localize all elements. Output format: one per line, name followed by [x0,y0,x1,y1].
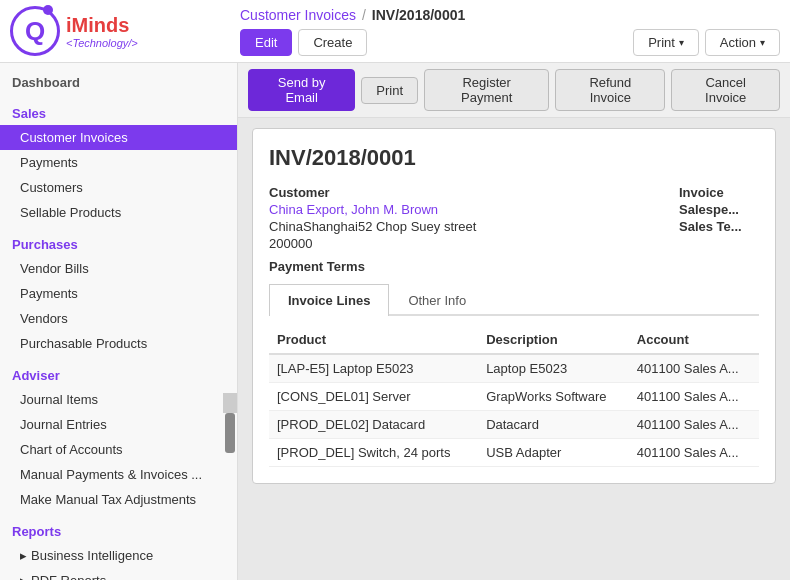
table-row[interactable]: [CONS_DEL01] ServerGrapWorks Software401… [269,383,759,411]
invoice-lines-table: Product Description Account [LAP-E5] Lap… [269,326,759,467]
breadcrumb-parent[interactable]: Customer Invoices [240,7,356,23]
sidebar-item-payments-purchases[interactable]: Payments [0,281,237,306]
main-layout: Dashboard Sales Customer Invoices Paymen… [0,63,790,580]
customer-address: ChinaShanghai52 Chop Suey street [269,219,476,234]
print-caret-icon: ▾ [679,37,684,48]
print-button[interactable]: Print ▾ [633,29,699,56]
customer-city: 200000 [269,236,476,251]
send-by-email-button[interactable]: Send by Email [248,69,355,111]
sidebar-item-business-intelligence[interactable]: ▸ Business Intelligence [0,543,237,568]
cell-product-1: [CONS_DEL01] Server [269,383,478,411]
customer-label: Customer [269,185,476,200]
sidebar-item-sellable-products[interactable]: Sellable Products [0,200,237,225]
logo-text: iMinds <Technology/> [66,14,138,49]
invoice-card: INV/2018/0001 Customer China Export, Joh… [252,128,776,484]
content-area: Send by Email Print Register Payment Ref… [238,63,790,580]
register-payment-button[interactable]: Register Payment [424,69,549,111]
customer-field-col: Customer China Export, John M. Brown Chi… [269,185,476,251]
sidebar: Dashboard Sales Customer Invoices Paymen… [0,63,238,580]
breadcrumb: Customer Invoices / INV/2018/0001 [240,7,780,23]
sidebar-item-purchasable-products[interactable]: Purchasable Products [0,331,237,356]
invoice-tabs: Invoice Lines Other Info [269,284,759,316]
sidebar-adviser-section: Adviser [0,360,237,387]
invoice-fields-row: Customer China Export, John M. Brown Chi… [269,185,759,251]
logo-sub: <Technology/> [66,37,138,49]
top-bar: Q iMinds <Technology/> Customer Invoices… [0,0,790,63]
sidebar-item-manual-tax[interactable]: Make Manual Tax Adjustments [0,487,237,512]
salesperson-label: Salespe... [679,202,759,217]
sidebar-item-pdf-reports[interactable]: ▸ PDF Reports [0,568,237,580]
cell-account-1: 401100 Sales A... [629,383,759,411]
cell-product-0: [LAP-E5] Laptop E5023 [269,354,478,383]
breadcrumb-area: Customer Invoices / INV/2018/0001 Edit C… [230,7,780,56]
payment-terms-row: Payment Terms [269,259,759,274]
table-row[interactable]: [PROD_DEL02] DatacardDatacard401100 Sale… [269,411,759,439]
content-toolbar: Send by Email Print Register Payment Ref… [238,63,790,118]
sidebar-item-customers[interactable]: Customers [0,175,237,200]
logo-brand-name: iMinds [66,14,138,37]
cell-description-1: GrapWorks Software [478,383,629,411]
cell-product-3: [PROD_DEL] Switch, 24 ports [269,439,478,467]
breadcrumb-separator: / [362,7,366,23]
action-caret-icon: ▾ [760,37,765,48]
invoice-meta-col: Invoice Salespe... Sales Te... [679,185,759,251]
invoice-title: INV/2018/0001 [269,145,759,171]
sidebar-item-customer-invoices[interactable]: Customer Invoices [0,125,237,150]
sidebar-item-manual-payments[interactable]: Manual Payments & Invoices ... [0,462,237,487]
cell-description-2: Datacard [478,411,629,439]
sidebar-item-vendor-bills[interactable]: Vendor Bills [0,256,237,281]
sidebar-item-payments-sales[interactable]: Payments [0,150,237,175]
col-description: Description [478,326,629,354]
logo-q-letter: Q [25,18,45,44]
cell-description-0: Laptop E5023 [478,354,629,383]
create-button[interactable]: Create [298,29,367,56]
breadcrumb-current: INV/2018/0001 [372,7,465,23]
payment-terms-label: Payment Terms [269,259,365,274]
table-row[interactable]: [LAP-E5] Laptop E5023Laptop E5023401100 … [269,354,759,383]
invoice-meta-label: Invoice [679,185,759,200]
cell-product-2: [PROD_DEL02] Datacard [269,411,478,439]
sidebar-item-vendors[interactable]: Vendors [0,306,237,331]
sidebar-item-journal-items[interactable]: Journal Items [0,387,237,412]
cell-account-2: 401100 Sales A... [629,411,759,439]
cell-account-0: 401100 Sales A... [629,354,759,383]
invoice-container: INV/2018/0001 Customer China Export, Joh… [238,118,790,580]
refund-invoice-button[interactable]: Refund Invoice [555,69,665,111]
header-action-buttons: Edit Create Print ▾ Action ▾ [240,29,780,56]
table-row[interactable]: [PROD_DEL] Switch, 24 portsUSB Adapter40… [269,439,759,467]
sidebar-item-chart-of-accounts[interactable]: Chart of Accounts [0,437,237,462]
cancel-invoice-button[interactable]: Cancel Invoice [671,69,780,111]
tab-invoice-lines[interactable]: Invoice Lines [269,284,389,316]
logo-circle: Q [10,6,60,56]
cell-description-3: USB Adapter [478,439,629,467]
customer-link[interactable]: China Export, John M. Brown [269,202,476,217]
cell-account-3: 401100 Sales A... [629,439,759,467]
sales-team-label: Sales Te... [679,219,759,234]
col-account: Account [629,326,759,354]
sidebar-reports-section: Reports [0,516,237,543]
action-button[interactable]: Action ▾ [705,29,780,56]
expand-icon-pdf: ▸ [20,573,27,580]
logo-area: Q iMinds <Technology/> [10,6,230,56]
expand-icon-bi: ▸ [20,548,27,563]
sidebar-dashboard[interactable]: Dashboard [0,67,237,94]
logo-dot [43,5,53,15]
col-product: Product [269,326,478,354]
sidebar-sales-section: Sales [0,98,237,125]
tab-other-info[interactable]: Other Info [389,284,485,316]
print-toolbar-button[interactable]: Print [361,77,418,104]
sidebar-item-journal-entries[interactable]: Journal Entries [0,412,237,437]
sidebar-purchases-section: Purchases [0,229,237,256]
edit-button[interactable]: Edit [240,29,292,56]
